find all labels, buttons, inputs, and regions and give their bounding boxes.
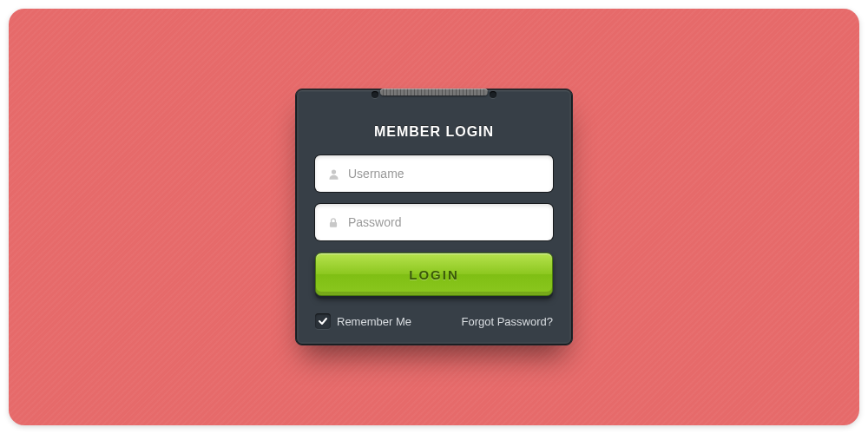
password-field-wrapper (315, 204, 553, 240)
lock-icon (324, 216, 343, 229)
svg-rect-1 (330, 221, 337, 227)
username-input[interactable] (343, 167, 544, 181)
login-button[interactable]: LOGIN (315, 253, 553, 296)
svg-point-0 (331, 169, 335, 174)
remember-me-toggle[interactable]: Remember Me (315, 313, 411, 329)
username-field-wrapper (315, 155, 553, 192)
password-input[interactable] (343, 215, 544, 229)
panel-title: MEMBER LOGIN (315, 124, 553, 140)
spiral-binding-decoration (373, 86, 495, 98)
checkbox-checked-icon (315, 313, 331, 329)
panel-footer: Remember Me Forgot Password? (315, 313, 553, 329)
remember-me-label: Remember Me (337, 315, 411, 328)
user-icon (324, 168, 343, 181)
background-stage: MEMBER LOGIN LOGIN (9, 9, 859, 425)
login-panel: MEMBER LOGIN LOGIN (295, 89, 573, 345)
forgot-password-link[interactable]: Forgot Password? (462, 315, 554, 328)
